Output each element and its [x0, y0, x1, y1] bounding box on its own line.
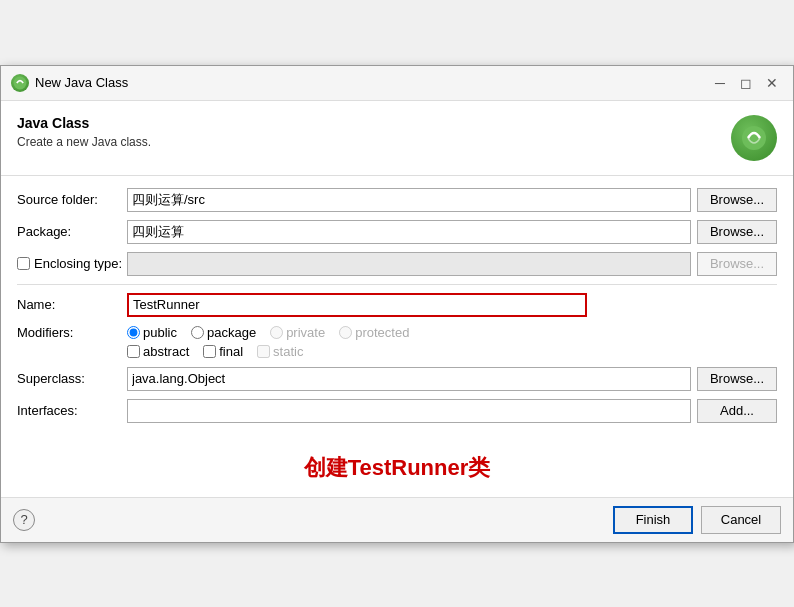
modifier-static-label[interactable]: static — [257, 344, 303, 359]
superclass-browse-button[interactable]: Browse... — [697, 367, 777, 391]
modifier-protected-label[interactable]: protected — [339, 325, 409, 340]
title-bar: New Java Class ─ ◻ ✕ — [1, 66, 793, 101]
source-folder-browse-button[interactable]: Browse... — [697, 188, 777, 212]
modifier-final-label[interactable]: final — [203, 344, 243, 359]
modifier-protected-radio[interactable] — [339, 326, 352, 339]
package-input[interactable] — [127, 220, 691, 244]
modifier-static-checkbox[interactable] — [257, 345, 270, 358]
superclass-label: Superclass: — [17, 371, 127, 386]
enclosing-type-browse-button: Browse... — [697, 252, 777, 276]
superclass-input[interactable] — [127, 367, 691, 391]
annotation-text: 创建TestRunner类 — [1, 443, 793, 497]
footer-right: Finish Cancel — [613, 506, 781, 534]
modifier-checkboxes-group: abstract final static — [127, 344, 777, 359]
modifiers-label: Modifiers: — [17, 325, 127, 340]
eclipse-icon — [11, 74, 29, 92]
modifiers-row: Modifiers: public package private protec… — [17, 325, 777, 340]
new-java-class-dialog: New Java Class ─ ◻ ✕ Java Class Create a… — [0, 65, 794, 543]
source-folder-row: Source folder: Browse... — [17, 188, 777, 212]
enclosing-type-checkbox-label[interactable]: Enclosing type: — [17, 256, 127, 271]
source-folder-input[interactable] — [127, 188, 691, 212]
maximize-button[interactable]: ◻ — [735, 72, 757, 94]
modifier-abstract-checkbox[interactable] — [127, 345, 140, 358]
header-subtitle: Create a new Java class. — [17, 135, 151, 149]
package-row: Package: Browse... — [17, 220, 777, 244]
modifier-private-radio[interactable] — [270, 326, 283, 339]
footer: ? Finish Cancel — [1, 497, 793, 542]
finish-button[interactable]: Finish — [613, 506, 693, 534]
modifier-private-label[interactable]: private — [270, 325, 325, 340]
interfaces-add-button[interactable]: Add... — [697, 399, 777, 423]
help-button[interactable]: ? — [13, 509, 35, 531]
interfaces-label: Interfaces: — [17, 403, 127, 418]
source-folder-label: Source folder: — [17, 192, 127, 207]
enclosing-type-input — [127, 252, 691, 276]
minimize-button[interactable]: ─ — [709, 72, 731, 94]
modifier-package-radio[interactable] — [191, 326, 204, 339]
svg-point-0 — [14, 76, 27, 89]
dialog-title: New Java Class — [35, 75, 128, 90]
separator-1 — [17, 284, 777, 285]
enclosing-type-label: Enclosing type: — [17, 256, 127, 271]
interfaces-row: Interfaces: Add... — [17, 399, 777, 423]
superclass-row: Superclass: Browse... — [17, 367, 777, 391]
svg-point-1 — [742, 126, 766, 150]
name-label: Name: — [17, 297, 127, 312]
interfaces-input[interactable] — [127, 399, 691, 423]
modifier-public-label[interactable]: public — [127, 325, 177, 340]
name-row: Name: — [17, 293, 777, 317]
header-section: Java Class Create a new Java class. — [1, 101, 793, 176]
header-title: Java Class — [17, 115, 151, 131]
modifier-final-checkbox[interactable] — [203, 345, 216, 358]
package-browse-button[interactable]: Browse... — [697, 220, 777, 244]
modifier-package-label[interactable]: package — [191, 325, 256, 340]
package-label: Package: — [17, 224, 127, 239]
enclosing-type-checkbox[interactable] — [17, 257, 30, 270]
modifier-abstract-label[interactable]: abstract — [127, 344, 189, 359]
header-text: Java Class Create a new Java class. — [17, 115, 151, 149]
cancel-button[interactable]: Cancel — [701, 506, 781, 534]
title-bar-controls: ─ ◻ ✕ — [709, 72, 783, 94]
modifier-public-radio[interactable] — [127, 326, 140, 339]
enclosing-type-row: Enclosing type: Browse... — [17, 252, 777, 276]
form-section: Source folder: Browse... Package: Browse… — [1, 176, 793, 443]
close-button[interactable]: ✕ — [761, 72, 783, 94]
eclipse-logo — [731, 115, 777, 161]
footer-left: ? — [13, 509, 35, 531]
modifiers-radio-group: public package private protected — [127, 325, 409, 340]
title-bar-left: New Java Class — [11, 74, 128, 92]
name-input[interactable] — [127, 293, 587, 317]
